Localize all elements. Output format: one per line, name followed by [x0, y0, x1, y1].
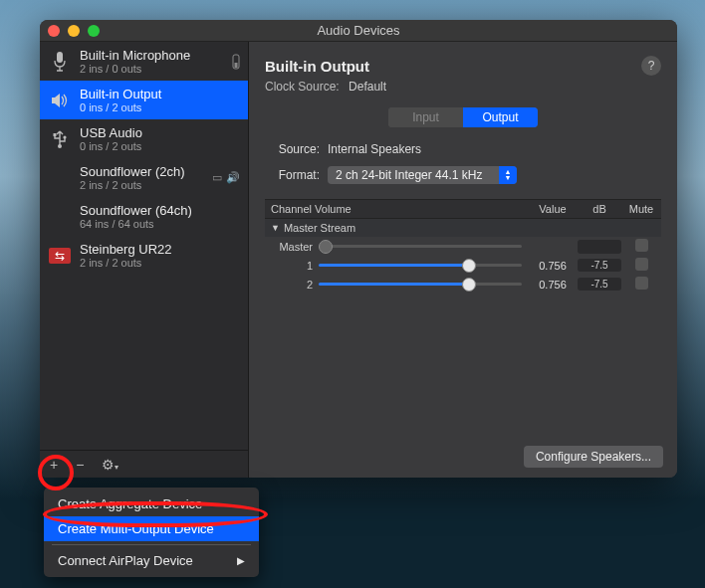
- io-tabs: Input Output: [388, 107, 538, 127]
- device-sidebar: Built-in Microphone 2 ins / 0 outs Built…: [40, 42, 249, 478]
- svg-rect-2: [235, 63, 238, 68]
- gear-icon[interactable]: ⚙︎▾: [102, 457, 118, 473]
- display-icon: ▭: [212, 171, 222, 184]
- volume-db: -7.5: [578, 259, 621, 272]
- tab-input[interactable]: Input: [388, 107, 463, 127]
- channel-label: 2: [265, 279, 319, 291]
- device-io: 0 ins / 2 outs: [80, 101, 232, 113]
- col-mute: Mute: [621, 203, 661, 215]
- configure-speakers-button[interactable]: Configure Speakers...: [524, 446, 663, 468]
- format-value: 2 ch 24-bit Integer 44.1 kHz: [336, 168, 482, 182]
- svg-point-3: [58, 144, 62, 148]
- device-name: USB Audio: [80, 125, 232, 140]
- col-db: dB: [578, 203, 621, 215]
- device-name: Soundflower (64ch): [80, 203, 232, 218]
- minimize-icon[interactable]: [68, 25, 80, 37]
- svg-point-5: [63, 135, 66, 138]
- stepper-icon: ▲▼: [499, 166, 517, 184]
- level-meter-icon: [232, 53, 240, 71]
- svg-rect-0: [57, 52, 63, 63]
- menu-connect-airplay[interactable]: Connect AirPlay Device ▶: [44, 548, 259, 573]
- audio-devices-window: Audio Devices Built-in Microphone 2 ins …: [40, 20, 677, 478]
- device-row[interactable]: ⇆ Steinberg UR22 2 ins / 2 outs: [40, 236, 248, 275]
- volume-value: 0.756: [528, 279, 578, 291]
- device-io: 64 ins / 64 outs: [80, 218, 232, 230]
- device-row[interactable]: Soundflower (64ch) 64 ins / 64 outs: [40, 197, 248, 236]
- sound-output-icon: 🔊: [226, 171, 240, 184]
- titlebar: Audio Devices: [40, 20, 677, 42]
- window-controls: [48, 25, 100, 37]
- volume-db: -7.5: [578, 278, 621, 291]
- format-label: Format:: [265, 168, 320, 182]
- chevron-right-icon: ▶: [237, 555, 245, 566]
- add-device-menu: Create Aggregate Device Create Multi-Out…: [44, 488, 259, 577]
- menu-separator: [52, 544, 251, 545]
- usb-icon: [51, 129, 69, 149]
- device-row[interactable]: USB Audio 0 ins / 2 outs: [40, 119, 248, 158]
- device-detail: Built-in Output ? Clock Source: Default …: [249, 42, 677, 478]
- volume-row: Master: [265, 237, 661, 256]
- steinberg-icon: ⇆: [49, 248, 71, 264]
- device-io: 2 ins / 2 outs: [80, 179, 204, 191]
- device-name: Built-in Output: [80, 87, 232, 101]
- channel-volume-table: Channel Volume Value dB Mute ▼ Master St…: [265, 199, 661, 294]
- volume-slider: [319, 245, 522, 248]
- tab-output[interactable]: Output: [463, 107, 538, 127]
- mic-icon: [52, 51, 68, 73]
- volume-row: 1 0.756 -7.5: [265, 256, 661, 275]
- device-io: 2 ins / 2 outs: [80, 257, 232, 269]
- mute-checkbox[interactable]: [635, 258, 648, 271]
- channel-label: 1: [265, 260, 319, 272]
- zoom-icon[interactable]: [88, 25, 100, 37]
- channel-label: Master: [265, 241, 319, 253]
- device-list: Built-in Microphone 2 ins / 0 outs Built…: [40, 42, 248, 450]
- volume-db: [578, 240, 621, 254]
- stream-label: Master Stream: [284, 222, 355, 234]
- window-title: Audio Devices: [100, 23, 617, 38]
- add-device-button[interactable]: +: [50, 457, 58, 473]
- clock-source-value: Default: [349, 80, 386, 94]
- source-label: Source:: [265, 142, 320, 156]
- device-io: 0 ins / 2 outs: [80, 140, 232, 152]
- device-name: Soundflower (2ch): [80, 164, 204, 179]
- device-row[interactable]: Soundflower (2ch) 2 ins / 2 outs ▭🔊: [40, 158, 248, 197]
- master-stream-row[interactable]: ▼ Master Stream: [265, 219, 661, 237]
- device-row[interactable]: Built-in Microphone 2 ins / 0 outs: [40, 42, 248, 81]
- col-value: Value: [528, 203, 578, 215]
- mute-checkbox[interactable]: [635, 277, 648, 290]
- source-value: Internal Speakers: [328, 142, 421, 156]
- speaker-icon: [50, 92, 70, 109]
- device-io: 2 ins / 0 outs: [80, 63, 224, 75]
- col-channel: Channel Volume: [265, 203, 528, 215]
- format-select[interactable]: 2 ch 24-bit Integer 44.1 kHz ▲▼: [328, 166, 517, 184]
- device-name: Steinberg UR22: [80, 242, 232, 257]
- menu-create-multi-output[interactable]: Create Multi-Output Device: [44, 516, 259, 541]
- remove-device-button[interactable]: −: [76, 457, 84, 473]
- volume-row: 2 0.756 -7.5: [265, 275, 661, 294]
- volume-value: 0.756: [528, 260, 578, 272]
- device-row[interactable]: Built-in Output 0 ins / 2 outs: [40, 81, 248, 119]
- menu-create-aggregate[interactable]: Create Aggregate Device: [44, 491, 259, 516]
- svg-rect-4: [54, 133, 57, 136]
- device-name: Built-in Microphone: [80, 48, 224, 63]
- help-icon[interactable]: ?: [641, 56, 661, 76]
- detail-title: Built-in Output: [265, 58, 641, 75]
- disclosure-triangle-icon: ▼: [271, 223, 280, 233]
- sidebar-footer: + − ⚙︎▾: [40, 450, 248, 478]
- close-icon[interactable]: [48, 25, 60, 37]
- mute-checkbox: [635, 239, 648, 252]
- volume-slider[interactable]: [319, 264, 522, 267]
- clock-source-label: Clock Source:: [265, 80, 340, 94]
- volume-slider[interactable]: [319, 283, 522, 286]
